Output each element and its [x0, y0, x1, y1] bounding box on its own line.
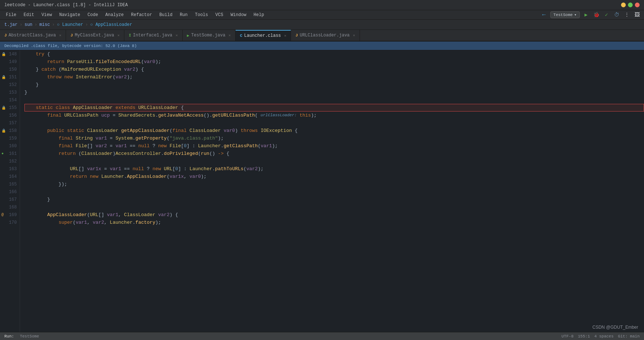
tab-close-abstractclass[interactable]: ✕ — [59, 33, 61, 38]
watermark: CSDN @GDUT_Ember — [592, 325, 638, 330]
breadcrumb-sun[interactable]: sun — [24, 22, 32, 27]
line-168: 168 — [0, 203, 20, 211]
status-run-value: TestSome — [20, 334, 39, 339]
decompile-notice: Decompiled .class file, bytecode version… — [4, 44, 137, 48]
code-line-166 — [24, 188, 644, 196]
tab-label: Interface1.java — [133, 33, 172, 38]
gutter-icon-lock2: 🔒 — [1, 106, 6, 110]
code-line-152: } — [24, 81, 644, 89]
menu-help[interactable]: Help — [251, 12, 267, 18]
tab-close-launcher[interactable]: ✕ — [284, 34, 286, 38]
tab-label: Launcher.class — [244, 33, 281, 38]
breadcrumb-appclassloader[interactable]: ○ AppClassLoader — [90, 22, 132, 27]
tab-urlclassloader[interactable]: J URLClassLoader.java ✕ — [291, 30, 360, 41]
run-button[interactable]: ▶ — [582, 11, 590, 19]
line-151: 🔒151 — [0, 73, 20, 81]
line-162: 162 — [0, 157, 20, 165]
window-controls[interactable] — [621, 3, 640, 7]
line-166: 166 — [0, 188, 20, 196]
status-indent: 4 spaces — [594, 334, 614, 339]
profile-button[interactable]: ⏱ — [613, 11, 621, 19]
status-git: Git: main — [618, 334, 640, 339]
menu-vcs[interactable]: VCS — [213, 12, 226, 18]
menu-refactor[interactable]: Refactor — [128, 12, 155, 18]
maximize-button[interactable] — [628, 3, 633, 7]
line-149: 149 — [0, 58, 20, 66]
line-158: 🔒158 — [0, 127, 20, 134]
breadcrumb-launcher[interactable]: ○ Launcher — [57, 22, 83, 27]
coverage-button[interactable]: ✓ — [602, 11, 610, 19]
code-line-148: try { — [24, 50, 644, 58]
code-editor[interactable]: try { return ParseUtil.fileToEncodedURL(… — [20, 50, 644, 332]
code-line-149: return ParseUtil.fileToEncodedURL(var0); — [24, 58, 644, 66]
code-line-167: } — [24, 196, 644, 203]
tab-launcher-class[interactable]: C Launcher.class ✕ — [236, 30, 291, 41]
menu-file[interactable]: File — [3, 12, 19, 18]
tab-abstractclass[interactable]: J AbstractClass.java ✕ — [0, 30, 66, 41]
code-line-162 — [24, 157, 644, 165]
line-161: ●161 — [0, 150, 20, 157]
java-icon: J — [70, 33, 73, 38]
line-153: 153 — [0, 89, 20, 96]
line-160: 160 — [0, 142, 20, 150]
menu-edit[interactable]: Edit — [21, 12, 37, 18]
gutter-icon: 🔒 — [1, 52, 6, 56]
code-line-153: } — [24, 89, 644, 96]
title-bar-title: leetcode - Launcher.class [1.8] - Intell… — [4, 3, 128, 8]
tab-interface1[interactable]: I Interface1.java ✕ — [124, 30, 183, 41]
gutter-icon-lock3: 🔒 — [1, 129, 6, 133]
code-line-155: static class AppClassLoader extends URLC… — [24, 104, 644, 112]
breadcrumb-jar[interactable]: t.jar — [4, 22, 18, 27]
tab-label: MyClassExt.java — [75, 33, 114, 38]
menu-code[interactable]: Code — [85, 12, 101, 18]
tab-label: URLClassLoader.java — [300, 33, 350, 38]
navigate-back-button[interactable]: ← — [540, 11, 548, 19]
menu-tools[interactable]: Tools — [192, 12, 211, 18]
code-line-163: URL[] var1x = var1 == null ? new URL[0] … — [24, 165, 644, 173]
breadcrumb: t.jar › sun › misc › ○ Launcher › ○ AppC… — [0, 20, 644, 30]
menu-navigate[interactable]: Navigate — [56, 12, 83, 18]
java-icon: J — [295, 33, 298, 38]
tab-close-myclassext[interactable]: ✕ — [117, 33, 120, 38]
line-165: 165 — [0, 180, 20, 188]
menu-analyze[interactable]: Analyze — [102, 12, 127, 18]
menu-run[interactable]: Run — [177, 12, 191, 18]
run-config-selector[interactable]: TestSome ▾ — [550, 11, 580, 18]
status-bar: Run: TestSome UTF-8 155:1 4 spaces Git: … — [0, 332, 644, 340]
tabs-bar: J AbstractClass.java ✕ J MyClassExt.java… — [0, 30, 644, 42]
search-everywhere-button[interactable]: 🖼 — [633, 11, 641, 19]
minimize-button[interactable] — [621, 3, 626, 7]
code-line-157 — [24, 119, 644, 127]
menu-view[interactable]: View — [39, 12, 55, 18]
tab-close-urlclassloader[interactable]: ✕ — [353, 33, 355, 38]
info-bar: Decompiled .class file, bytecode version… — [0, 42, 644, 50]
debug-button[interactable]: 🐞 — [592, 11, 600, 19]
menu-bar: File Edit View Navigate Code Analyze Ref… — [0, 10, 644, 20]
line-154: 154 — [0, 96, 20, 104]
line-150: 150 — [0, 66, 20, 73]
status-left: Run: TestSome — [4, 334, 39, 339]
line-163: 163 — [0, 165, 20, 173]
tab-label: TestSome.java — [191, 33, 225, 38]
line-170: 170 — [0, 219, 20, 226]
line-164: 164 — [0, 173, 20, 180]
tab-testsome[interactable]: ▶ TestSome.java ✕ — [183, 30, 236, 41]
run-config-label: TestSome — [554, 13, 573, 17]
line-157: 157 — [0, 119, 20, 127]
menu-build[interactable]: Build — [156, 12, 175, 18]
breadcrumb-misc[interactable]: misc — [39, 22, 50, 27]
status-encoding: UTF-8 — [562, 334, 574, 339]
line-155: 🔒155 — [0, 104, 20, 112]
line-159: 159 — [0, 134, 20, 142]
code-line-158: public static ClassLoader getAppClassLoa… — [24, 127, 644, 134]
tab-myclassext[interactable]: J MyClassExt.java ✕ — [66, 30, 124, 41]
line-156: 156 — [0, 112, 20, 119]
tab-close-interface1[interactable]: ✕ — [176, 33, 178, 38]
menu-window[interactable]: Window — [228, 12, 249, 18]
tab-close-testsome[interactable]: ✕ — [229, 33, 231, 38]
code-line-161: return (ClassLoader)AccessController.doP… — [24, 150, 644, 157]
code-line-170: super(var1, var2, Launcher.factory); — [24, 219, 644, 226]
more-actions-button[interactable]: ⋮ — [623, 11, 631, 19]
interface-icon: I — [129, 33, 131, 38]
close-button[interactable] — [635, 3, 640, 7]
